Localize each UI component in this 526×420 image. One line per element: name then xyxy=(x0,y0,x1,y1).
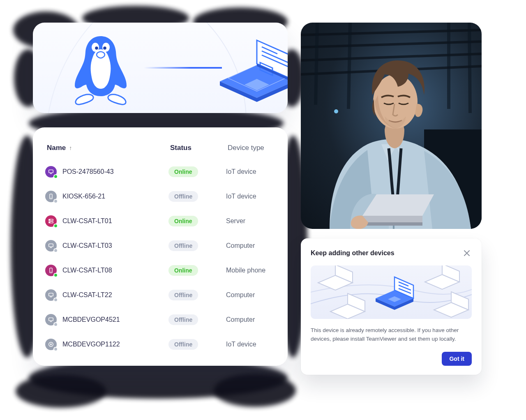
svg-point-2 xyxy=(95,46,98,50)
table-row[interactable]: KIOSK-656-21OfflineIoT device xyxy=(45,184,275,209)
status-badge: Online xyxy=(168,216,198,226)
svg-line-22 xyxy=(348,23,350,109)
device-type-icon xyxy=(45,314,57,325)
device-type: Computer xyxy=(226,242,275,249)
table-row[interactable]: CLW-CSAT-LT01OnlineServer xyxy=(45,209,275,233)
device-type-icon xyxy=(45,265,57,276)
status-dot-icon xyxy=(53,347,58,351)
device-name: CLW-CSAT-LT22 xyxy=(62,291,112,299)
status-badge: Online xyxy=(168,166,198,177)
status-dot-icon xyxy=(53,298,58,302)
status-dot-icon xyxy=(53,199,58,203)
table-row[interactable]: CLW-CSAT-LT22OfflineComputer xyxy=(45,283,275,307)
status-dot-icon xyxy=(53,322,58,327)
svg-line-21 xyxy=(316,23,317,105)
laptop-icon xyxy=(216,37,288,103)
status-dot-icon xyxy=(53,174,58,179)
table-row[interactable]: CLW-CSAT-LT03OfflineComputer xyxy=(45,233,275,258)
column-status-label: Status xyxy=(170,144,191,152)
device-type: IoT device xyxy=(226,341,275,348)
got-it-button[interactable]: Got it xyxy=(442,352,472,366)
device-name: MCBDEVGOP1122 xyxy=(62,341,120,348)
svg-point-10 xyxy=(50,222,50,222)
svg-point-16 xyxy=(51,344,52,345)
table-row[interactable]: POS-2478560-43OnlineIoT device xyxy=(45,159,275,184)
status-dot-icon xyxy=(53,224,58,228)
device-type: IoT device xyxy=(226,193,275,200)
table-header-row: Name ↑ Status Device type xyxy=(45,141,275,159)
svg-line-18 xyxy=(301,42,482,47)
status-badge: Offline xyxy=(168,290,198,300)
device-name: CLW-CSAT-LT03 xyxy=(62,242,112,249)
table-row[interactable]: CLW-CSAT-LT08OnlineMobile phone xyxy=(45,258,275,283)
device-name: MCBDEVGOP4521 xyxy=(62,316,120,323)
svg-line-24 xyxy=(469,23,470,113)
device-name: KIOSK-656-21 xyxy=(62,193,105,200)
device-type: IoT device xyxy=(226,168,275,175)
column-header-status[interactable]: Status xyxy=(170,144,228,152)
device-table-card: Name ↑ Status Device type POS-2478560-43… xyxy=(33,127,288,366)
svg-point-26 xyxy=(334,109,338,113)
svg-rect-11 xyxy=(49,244,53,247)
hero-card xyxy=(33,23,288,113)
status-badge: Offline xyxy=(168,314,198,325)
device-type-icon xyxy=(45,191,57,202)
table-row[interactable]: MCBDEVGOP4521OfflineComputer xyxy=(45,307,275,332)
device-type-icon xyxy=(45,166,57,178)
column-type-label: Device type xyxy=(228,144,264,152)
hero-photo xyxy=(301,23,482,229)
svg-point-3 xyxy=(103,46,106,50)
svg-line-19 xyxy=(301,54,482,60)
status-dot-icon xyxy=(53,273,58,277)
device-name: CLW-CSAT-LT08 xyxy=(62,267,112,274)
device-type-icon xyxy=(45,215,57,227)
status-badge: Online xyxy=(168,265,198,276)
device-type-icon xyxy=(45,339,57,350)
device-name: CLW-CSAT-LT01 xyxy=(62,217,112,225)
linux-penguin-icon xyxy=(66,33,136,107)
device-type-icon xyxy=(45,289,57,301)
close-button[interactable] xyxy=(462,248,472,258)
device-type: Computer xyxy=(226,291,275,299)
svg-line-17 xyxy=(301,30,482,35)
column-header-type[interactable]: Device type xyxy=(228,144,274,152)
dialog-title: Keep adding other devices xyxy=(311,249,394,257)
status-badge: Offline xyxy=(168,240,198,251)
dialog-body-text: This device is already remotely accessib… xyxy=(311,326,472,344)
svg-rect-14 xyxy=(49,318,53,321)
table-row[interactable]: MCBDEVGOP1122OfflineIoT device xyxy=(45,332,275,357)
column-name-label: Name xyxy=(47,144,66,152)
device-type-icon xyxy=(45,240,57,252)
status-badge: Offline xyxy=(168,339,198,350)
svg-rect-13 xyxy=(49,293,53,296)
add-devices-dialog: Keep adding other devices This device xyxy=(301,238,482,375)
sort-ascending-icon: ↑ xyxy=(69,145,72,151)
svg-point-9 xyxy=(50,220,50,220)
connection-line xyxy=(144,67,222,69)
device-type: Computer xyxy=(226,316,275,323)
status-badge: Offline xyxy=(168,191,198,202)
status-dot-icon xyxy=(53,248,58,253)
close-icon xyxy=(464,250,470,256)
svg-rect-5 xyxy=(49,170,53,173)
column-header-name[interactable]: Name ↑ xyxy=(47,144,170,152)
device-type: Server xyxy=(226,217,275,225)
device-name: POS-2478560-43 xyxy=(62,168,114,175)
device-type: Mobile phone xyxy=(226,267,275,274)
dialog-illustration xyxy=(311,265,472,319)
table-body: POS-2478560-43OnlineIoT deviceKIOSK-656-… xyxy=(45,159,275,357)
svg-point-15 xyxy=(49,342,53,347)
